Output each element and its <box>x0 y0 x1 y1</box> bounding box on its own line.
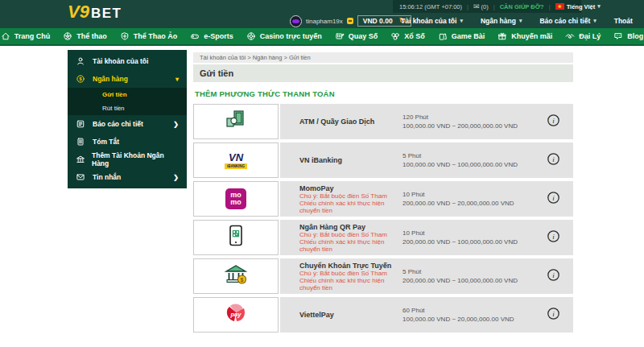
section-title: THÊM PHƯƠNG THỨC THANH TOÁN <box>195 89 573 98</box>
payment-method-row[interactable]: momo MomoPay Chú ý: Bắt buộc điền Số Tha… <box>193 181 573 217</box>
qr-pay-icon <box>225 224 246 251</box>
sidebar-item[interactable]: Gửi tiền <box>68 88 187 101</box>
nav-item-label: Xổ Số <box>404 32 425 40</box>
help-link[interactable]: CẦN GIÚP ĐỠ? <box>500 3 544 10</box>
sidebar-item[interactable]: Tóm Tắt <box>68 133 187 151</box>
logo-v9-text: V9 <box>68 2 89 23</box>
home-icon <box>1 31 11 41</box>
payment-limit-range: 200,000.00 VND ~ 20,000,000.00 VND <box>402 199 538 208</box>
nav-item[interactable]: Trang Chủ <box>1 31 51 41</box>
sidebar-item[interactable]: Tin nhắn ❯ <box>68 168 187 186</box>
payment-note: Chú ý: Bắt buộc điền Số Tham Chiếu chính… <box>299 192 398 214</box>
topbar-utility-strip: 15:06:12 (GMT +07:00) | ✉ (0) | CẦN GIÚP… <box>393 0 581 13</box>
payment-row-body: VN iBanking 5 Phút 100,000.00 VND ~ 100,… <box>280 143 573 178</box>
sidebar-item-label: Gửi tiền <box>102 91 127 98</box>
nav-item-label: Blog <box>627 32 643 40</box>
info-button[interactable]: i <box>538 307 568 324</box>
info-button[interactable]: i <box>538 229 568 246</box>
payment-limit-range: 200,000.00 VND ~ 100,000,000.00 VND <box>402 276 538 285</box>
nav-item[interactable]: Quay Số <box>335 31 378 41</box>
payment-limit-range: 100,000.00 VND ~ 100,000,000.00 VND <box>402 160 538 169</box>
nav-item-label: Casino trực tuyến <box>260 32 322 40</box>
sidebar-item-label: Tin nhắn <box>93 173 121 181</box>
payment-processing-time: 5 Phút <box>402 267 538 276</box>
account-menu-item[interactable]: Ngân hàng ▾ <box>481 17 522 25</box>
payment-method-row[interactable]: $ Chuyển Khoản Trực Tuyến Chú ý: Bắt buộ… <box>193 258 573 294</box>
nav-item-label: Thể thao <box>76 32 107 40</box>
account-menu-item[interactable]: Thoát <box>614 17 636 25</box>
payment-text: MomoPay Chú ý: Bắt buộc điền Số Tham Chi… <box>299 184 402 214</box>
payment-text: VN iBanking <box>299 156 402 164</box>
nav-item-label: e-Sports <box>204 32 233 40</box>
payment-note: Chú ý: Bắt buộc điền Số Tham Chiếu chính… <box>299 231 398 253</box>
sidebar-item[interactable]: $ Ngân hàng ▾ <box>68 70 187 88</box>
chevron-down-icon: ▾ <box>597 3 601 10</box>
account-menu-item[interactable]: Tài khoản của tôi ▾ <box>401 17 463 25</box>
badge-icon[interactable] <box>347 18 353 24</box>
language-selector[interactable]: ★ Tiếng Việt ▾ <box>555 3 601 10</box>
summary-icon <box>76 137 86 147</box>
nav-item[interactable]: Xổ Số <box>390 31 425 41</box>
info-button[interactable]: i <box>538 191 568 208</box>
info-icon: i <box>547 229 560 246</box>
sidebar-item[interactable]: Rút tiền <box>68 101 187 115</box>
payment-row-body: Ngân Hàng QR Pay Chú ý: Bắt buộc điền Số… <box>280 220 573 255</box>
report-icon <box>76 119 86 129</box>
inbox-button[interactable]: ✉ (0) <box>473 2 489 10</box>
nav-item[interactable]: Game Bài <box>438 31 485 41</box>
chevron-down-icon: ▾ <box>593 18 597 24</box>
payment-processing-time: 10 Phút <box>402 229 538 238</box>
svg-text:i: i <box>552 155 555 163</box>
svg-text:i: i <box>552 271 555 279</box>
account-menu-label: Ngân hàng <box>481 17 516 25</box>
vietnam-flag-icon: ★ <box>555 3 564 10</box>
svg-text:$: $ <box>79 76 82 81</box>
payment-name: ViettelPay <box>299 311 398 319</box>
mail-icon: ✉ <box>473 2 480 10</box>
payment-text: Chuyển Khoản Trực Tuyến Chú ý: Bắt buộc … <box>299 262 402 291</box>
account-menu-item[interactable]: Báo cáo chi tiết ▾ <box>539 17 596 25</box>
slot-machine-icon <box>335 31 345 41</box>
svg-text:i: i <box>552 232 555 240</box>
payment-method-row[interactable]: Ngân Hàng QR Pay Chú ý: Bắt buộc điền Số… <box>193 220 573 255</box>
chevron-down-icon: ▾ <box>175 76 179 83</box>
payment-method-row[interactable]: pay ViettelPay 60 Phút 100,000.00 VND ~ … <box>193 297 573 333</box>
svg-text:i: i <box>552 116 555 124</box>
info-button[interactable]: i <box>538 268 568 285</box>
bank-transfer-icon: $ <box>224 263 248 289</box>
payment-method-row[interactable]: ATM / Quầy Giao Dịch 120 Phút 100,000.00… <box>193 104 573 139</box>
account-menu-label: Báo cáo chi tiết <box>539 17 590 25</box>
payment-text: ViettelPay <box>299 311 402 319</box>
info-button[interactable]: i <box>538 114 568 130</box>
nav-item[interactable]: Thể Thao Ảo <box>120 31 178 41</box>
cards-icon <box>438 31 448 41</box>
payment-name: MomoPay <box>299 184 398 192</box>
nav-item[interactable]: Casino trực tuyến <box>246 31 322 41</box>
payment-processing-time: 120 Phút <box>402 113 538 122</box>
nav-item[interactable]: e-Sports <box>190 31 233 41</box>
payment-logo-box: momo <box>193 181 279 217</box>
inbox-count: (0) <box>481 3 489 10</box>
sidebar-item[interactable]: Thêm Tài Khoản Ngân Hàng <box>68 151 187 168</box>
info-button[interactable]: i <box>538 152 568 169</box>
sidebar-item[interactable]: Báo cáo chi tiết ❯ <box>68 115 187 133</box>
nav-item[interactable]: Blog <box>613 31 643 41</box>
casino-chip-icon <box>246 31 257 41</box>
account-menu-label: Thoát <box>614 17 633 25</box>
svg-text:$: $ <box>241 277 244 283</box>
payment-limit-range: 100,000.00 VND ~ 200,000,000.00 VND <box>402 122 538 130</box>
sidebar-item[interactable]: Tài khoản của tôi <box>68 52 187 70</box>
payment-limit-range: 100,000.00 VND ~ 20,000,000.00 VND <box>402 315 538 324</box>
topbar: V9 BET 15:06:12 (GMT +07:00) | ✉ (0) | C… <box>0 0 644 28</box>
payment-method-row[interactable]: VNiBANKING VN iBanking 5 Phút 100,000.00… <box>193 143 573 178</box>
info-icon: i <box>547 191 560 208</box>
sidebar: Tài khoản của tôi $ Ngân hàng ▾ Gửi tiền… <box>68 50 187 188</box>
nav-item[interactable]: Thể thao <box>63 31 107 41</box>
v9bet-logo[interactable]: V9 BET <box>68 2 122 23</box>
nav-item[interactable]: Khuyến mãi <box>497 31 552 41</box>
nav-item[interactable]: Đại Lý <box>565 31 601 41</box>
account-summary: tinapham19x VND 0.00 ↻ <box>290 14 411 28</box>
sidebar-item-label: Tài khoản của tôi <box>93 57 148 65</box>
nav-item-label: Thể Thao Ảo <box>134 32 178 40</box>
avatar[interactable] <box>290 15 302 27</box>
